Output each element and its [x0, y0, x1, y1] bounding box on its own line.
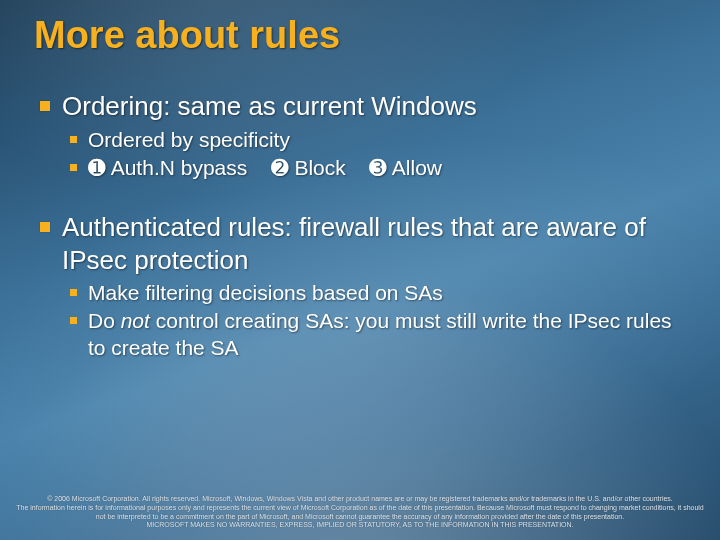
text-post: control creating SAs: you must still wri…	[88, 309, 672, 358]
slide: More about rules Ordering: same as curre…	[0, 0, 720, 540]
footer-line-1: © 2006 Microsoft Corporation. All rights…	[14, 495, 706, 504]
priority-authn-bypass: ➊ Auth.N bypass	[88, 156, 247, 179]
slide-title: More about rules	[34, 14, 340, 57]
spacer	[38, 183, 690, 211]
footer-line-2: The information herein is for informatio…	[14, 504, 706, 522]
slide-body: Ordering: same as current Windows Ordere…	[38, 90, 690, 363]
bullet-not-control-sas: Do not control creating SAs: you must st…	[68, 308, 690, 361]
bullet-priority-order: ➊ Auth.N bypass ➋ Block ➌ Allow	[68, 155, 690, 181]
bullet-ordered-by-specificity: Ordered by specificity	[68, 127, 690, 153]
legal-footer: © 2006 Microsoft Corporation. All rights…	[14, 495, 706, 530]
text-em-not: not	[121, 309, 150, 332]
bullet-authenticated-rules: Authenticated rules: firewall rules that…	[38, 211, 690, 276]
bullet-filtering-sas: Make filtering decisions based on SAs	[68, 280, 690, 306]
bullet-ordering: Ordering: same as current Windows	[38, 90, 690, 123]
priority-allow: ➌ Allow	[369, 156, 442, 179]
footer-line-3: MICROSOFT MAKES NO WARRANTIES, EXPRESS, …	[14, 521, 706, 530]
priority-block: ➋ Block	[271, 156, 346, 179]
text-pre: Do	[88, 309, 121, 332]
